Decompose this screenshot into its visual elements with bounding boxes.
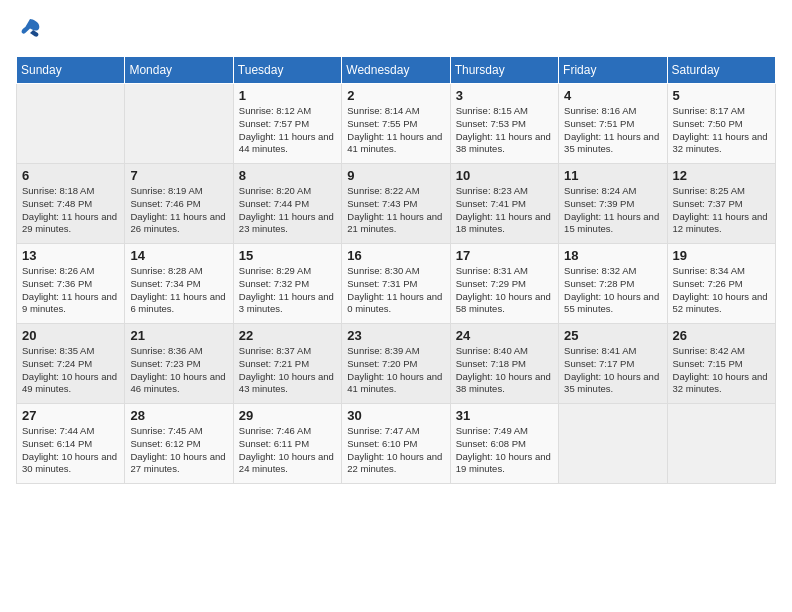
day-cell	[125, 84, 233, 164]
day-number: 11	[564, 168, 661, 183]
header-cell-wednesday: Wednesday	[342, 57, 450, 84]
logo-icon	[16, 16, 44, 44]
day-cell: 20Sunrise: 8:35 AMSunset: 7:24 PMDayligh…	[17, 324, 125, 404]
day-cell: 7Sunrise: 8:19 AMSunset: 7:46 PMDaylight…	[125, 164, 233, 244]
day-number: 5	[673, 88, 770, 103]
day-info: Sunrise: 7:47 AMSunset: 6:10 PMDaylight:…	[347, 425, 444, 476]
day-info: Sunrise: 7:45 AMSunset: 6:12 PMDaylight:…	[130, 425, 227, 476]
day-info: Sunrise: 8:30 AMSunset: 7:31 PMDaylight:…	[347, 265, 444, 316]
page-header	[16, 16, 776, 44]
day-info: Sunrise: 8:39 AMSunset: 7:20 PMDaylight:…	[347, 345, 444, 396]
day-number: 2	[347, 88, 444, 103]
day-info: Sunrise: 8:14 AMSunset: 7:55 PMDaylight:…	[347, 105, 444, 156]
day-cell: 2Sunrise: 8:14 AMSunset: 7:55 PMDaylight…	[342, 84, 450, 164]
day-info: Sunrise: 8:42 AMSunset: 7:15 PMDaylight:…	[673, 345, 770, 396]
day-cell	[667, 404, 775, 484]
day-number: 28	[130, 408, 227, 423]
day-number: 6	[22, 168, 119, 183]
day-cell: 10Sunrise: 8:23 AMSunset: 7:41 PMDayligh…	[450, 164, 558, 244]
day-cell: 27Sunrise: 7:44 AMSunset: 6:14 PMDayligh…	[17, 404, 125, 484]
header-cell-tuesday: Tuesday	[233, 57, 341, 84]
day-cell: 1Sunrise: 8:12 AMSunset: 7:57 PMDaylight…	[233, 84, 341, 164]
day-cell: 25Sunrise: 8:41 AMSunset: 7:17 PMDayligh…	[559, 324, 667, 404]
day-cell: 14Sunrise: 8:28 AMSunset: 7:34 PMDayligh…	[125, 244, 233, 324]
day-number: 4	[564, 88, 661, 103]
day-info: Sunrise: 7:46 AMSunset: 6:11 PMDaylight:…	[239, 425, 336, 476]
logo	[16, 16, 48, 44]
day-cell: 28Sunrise: 7:45 AMSunset: 6:12 PMDayligh…	[125, 404, 233, 484]
day-cell: 8Sunrise: 8:20 AMSunset: 7:44 PMDaylight…	[233, 164, 341, 244]
day-number: 24	[456, 328, 553, 343]
day-info: Sunrise: 8:19 AMSunset: 7:46 PMDaylight:…	[130, 185, 227, 236]
day-info: Sunrise: 8:35 AMSunset: 7:24 PMDaylight:…	[22, 345, 119, 396]
day-cell: 24Sunrise: 8:40 AMSunset: 7:18 PMDayligh…	[450, 324, 558, 404]
day-number: 13	[22, 248, 119, 263]
day-cell: 23Sunrise: 8:39 AMSunset: 7:20 PMDayligh…	[342, 324, 450, 404]
day-number: 25	[564, 328, 661, 343]
day-info: Sunrise: 7:49 AMSunset: 6:08 PMDaylight:…	[456, 425, 553, 476]
day-number: 10	[456, 168, 553, 183]
day-cell: 6Sunrise: 8:18 AMSunset: 7:48 PMDaylight…	[17, 164, 125, 244]
day-info: Sunrise: 8:12 AMSunset: 7:57 PMDaylight:…	[239, 105, 336, 156]
day-number: 8	[239, 168, 336, 183]
header-cell-sunday: Sunday	[17, 57, 125, 84]
day-number: 20	[22, 328, 119, 343]
header-cell-saturday: Saturday	[667, 57, 775, 84]
day-info: Sunrise: 8:29 AMSunset: 7:32 PMDaylight:…	[239, 265, 336, 316]
day-info: Sunrise: 8:34 AMSunset: 7:26 PMDaylight:…	[673, 265, 770, 316]
day-info: Sunrise: 8:32 AMSunset: 7:28 PMDaylight:…	[564, 265, 661, 316]
day-info: Sunrise: 8:18 AMSunset: 7:48 PMDaylight:…	[22, 185, 119, 236]
day-number: 30	[347, 408, 444, 423]
day-info: Sunrise: 8:37 AMSunset: 7:21 PMDaylight:…	[239, 345, 336, 396]
header-cell-monday: Monday	[125, 57, 233, 84]
day-cell: 12Sunrise: 8:25 AMSunset: 7:37 PMDayligh…	[667, 164, 775, 244]
day-cell: 4Sunrise: 8:16 AMSunset: 7:51 PMDaylight…	[559, 84, 667, 164]
day-cell: 13Sunrise: 8:26 AMSunset: 7:36 PMDayligh…	[17, 244, 125, 324]
day-cell	[17, 84, 125, 164]
day-info: Sunrise: 8:23 AMSunset: 7:41 PMDaylight:…	[456, 185, 553, 236]
day-info: Sunrise: 8:40 AMSunset: 7:18 PMDaylight:…	[456, 345, 553, 396]
day-number: 9	[347, 168, 444, 183]
day-info: Sunrise: 8:41 AMSunset: 7:17 PMDaylight:…	[564, 345, 661, 396]
day-info: Sunrise: 8:16 AMSunset: 7:51 PMDaylight:…	[564, 105, 661, 156]
day-info: Sunrise: 8:26 AMSunset: 7:36 PMDaylight:…	[22, 265, 119, 316]
day-number: 21	[130, 328, 227, 343]
day-info: Sunrise: 8:24 AMSunset: 7:39 PMDaylight:…	[564, 185, 661, 236]
day-number: 26	[673, 328, 770, 343]
day-number: 29	[239, 408, 336, 423]
week-row-1: 1Sunrise: 8:12 AMSunset: 7:57 PMDaylight…	[17, 84, 776, 164]
day-cell	[559, 404, 667, 484]
day-number: 22	[239, 328, 336, 343]
day-number: 15	[239, 248, 336, 263]
day-number: 1	[239, 88, 336, 103]
day-info: Sunrise: 8:20 AMSunset: 7:44 PMDaylight:…	[239, 185, 336, 236]
week-row-3: 13Sunrise: 8:26 AMSunset: 7:36 PMDayligh…	[17, 244, 776, 324]
day-cell: 9Sunrise: 8:22 AMSunset: 7:43 PMDaylight…	[342, 164, 450, 244]
day-info: Sunrise: 8:25 AMSunset: 7:37 PMDaylight:…	[673, 185, 770, 236]
day-cell: 31Sunrise: 7:49 AMSunset: 6:08 PMDayligh…	[450, 404, 558, 484]
day-cell: 21Sunrise: 8:36 AMSunset: 7:23 PMDayligh…	[125, 324, 233, 404]
day-number: 7	[130, 168, 227, 183]
header-row: SundayMondayTuesdayWednesdayThursdayFrid…	[17, 57, 776, 84]
calendar-table: SundayMondayTuesdayWednesdayThursdayFrid…	[16, 56, 776, 484]
day-cell: 5Sunrise: 8:17 AMSunset: 7:50 PMDaylight…	[667, 84, 775, 164]
day-number: 12	[673, 168, 770, 183]
day-cell: 15Sunrise: 8:29 AMSunset: 7:32 PMDayligh…	[233, 244, 341, 324]
day-number: 23	[347, 328, 444, 343]
day-cell: 3Sunrise: 8:15 AMSunset: 7:53 PMDaylight…	[450, 84, 558, 164]
day-info: Sunrise: 8:22 AMSunset: 7:43 PMDaylight:…	[347, 185, 444, 236]
day-info: Sunrise: 8:28 AMSunset: 7:34 PMDaylight:…	[130, 265, 227, 316]
day-number: 27	[22, 408, 119, 423]
day-info: Sunrise: 8:15 AMSunset: 7:53 PMDaylight:…	[456, 105, 553, 156]
day-cell: 11Sunrise: 8:24 AMSunset: 7:39 PMDayligh…	[559, 164, 667, 244]
day-number: 31	[456, 408, 553, 423]
day-cell: 16Sunrise: 8:30 AMSunset: 7:31 PMDayligh…	[342, 244, 450, 324]
day-cell: 30Sunrise: 7:47 AMSunset: 6:10 PMDayligh…	[342, 404, 450, 484]
day-number: 14	[130, 248, 227, 263]
day-number: 19	[673, 248, 770, 263]
day-cell: 29Sunrise: 7:46 AMSunset: 6:11 PMDayligh…	[233, 404, 341, 484]
day-cell: 22Sunrise: 8:37 AMSunset: 7:21 PMDayligh…	[233, 324, 341, 404]
header-cell-friday: Friday	[559, 57, 667, 84]
week-row-5: 27Sunrise: 7:44 AMSunset: 6:14 PMDayligh…	[17, 404, 776, 484]
day-cell: 17Sunrise: 8:31 AMSunset: 7:29 PMDayligh…	[450, 244, 558, 324]
